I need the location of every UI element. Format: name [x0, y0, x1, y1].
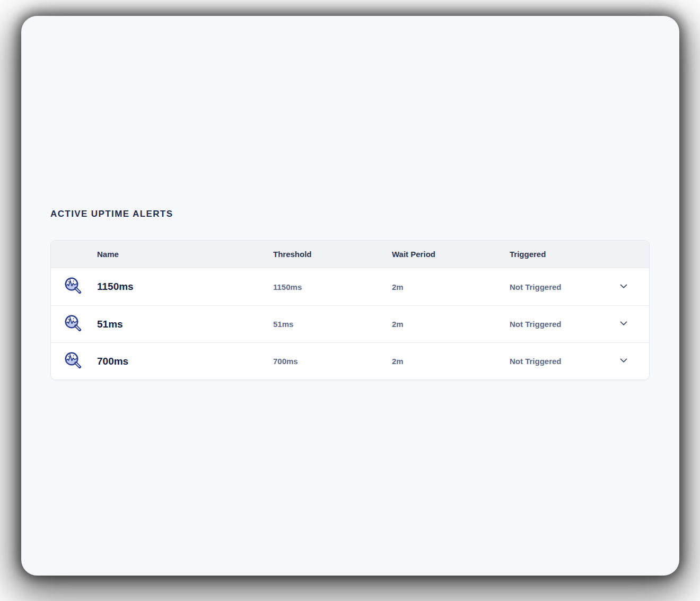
alert-triggered-status: Not Triggered	[510, 357, 598, 366]
expand-row-button[interactable]	[616, 278, 632, 296]
screenshot-canvas: ACTIVE UPTIME ALERTS Name Threshold Wait…	[0, 0, 700, 601]
table-header-row: Name Threshold Wait Period Triggered	[51, 241, 649, 268]
uptime-alerts-table: Name Threshold Wait Period Triggered	[50, 240, 650, 380]
alert-name: 1150ms	[97, 281, 273, 293]
chevron-down-icon	[618, 317, 629, 331]
chevron-down-icon	[618, 280, 629, 294]
chevron-down-icon	[618, 355, 629, 368]
uptime-monitor-magnifier-icon	[51, 351, 97, 372]
alert-wait-period: 2m	[392, 282, 510, 291]
alert-triggered-status: Not Triggered	[510, 320, 598, 329]
main-content: ACTIVE UPTIME ALERTS Name Threshold Wait…	[21, 16, 679, 380]
uptime-monitor-magnifier-icon	[51, 314, 97, 335]
alert-name: 51ms	[97, 319, 273, 330]
alert-threshold: 51ms	[273, 320, 392, 329]
column-header-name: Name	[97, 250, 273, 259]
alert-wait-period: 2m	[392, 357, 510, 366]
expand-row-button[interactable]	[616, 352, 632, 370]
table-row[interactable]: 51ms 51ms 2m Not Triggered	[51, 305, 649, 342]
table-row[interactable]: 700ms 700ms 2m Not Triggered	[51, 342, 649, 379]
uptime-monitor-magnifier-icon	[51, 276, 97, 297]
page-title: ACTIVE UPTIME ALERTS	[50, 209, 650, 219]
alert-triggered-status: Not Triggered	[510, 282, 598, 291]
column-header-triggered: Triggered	[510, 250, 598, 259]
column-header-wait-period: Wait Period	[392, 250, 510, 259]
table-row[interactable]: 1150ms 1150ms 2m Not Triggered	[51, 268, 649, 305]
alert-wait-period: 2m	[392, 320, 510, 329]
alert-threshold: 700ms	[273, 357, 392, 366]
alert-threshold: 1150ms	[273, 282, 392, 291]
app-window: ACTIVE UPTIME ALERTS Name Threshold Wait…	[21, 16, 679, 576]
alert-name: 700ms	[97, 356, 273, 367]
column-header-threshold: Threshold	[273, 250, 392, 259]
expand-row-button[interactable]	[616, 315, 632, 333]
